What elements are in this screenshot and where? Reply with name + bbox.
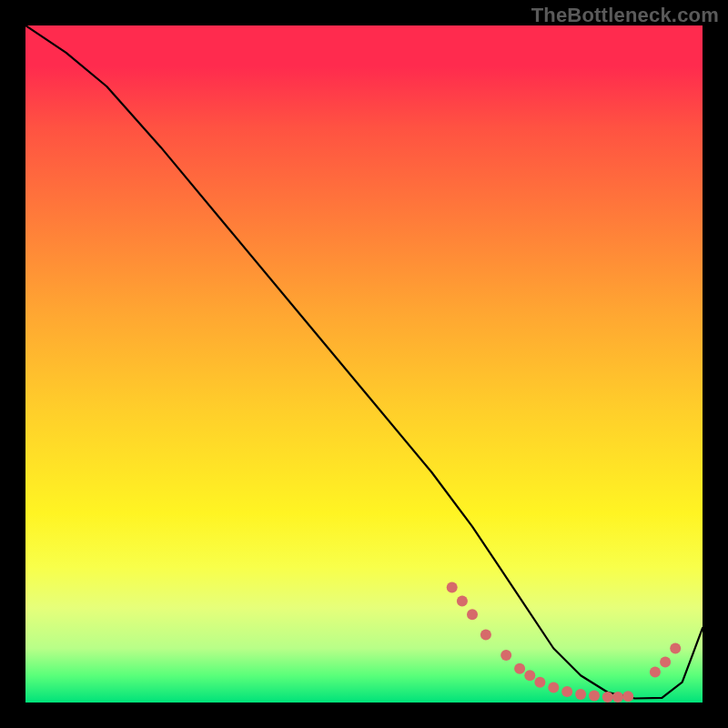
marker-dot xyxy=(514,663,525,674)
marker-dot xyxy=(524,670,535,681)
chart-container: TheBottleneck.com xyxy=(0,0,728,728)
marker-dot xyxy=(660,656,671,667)
marker-dot xyxy=(622,691,633,702)
marker-dot xyxy=(447,582,458,593)
marker-dot xyxy=(534,677,545,688)
marker-dot xyxy=(467,609,478,620)
marker-dot xyxy=(602,692,613,703)
plot-area xyxy=(25,25,703,703)
marker-dots xyxy=(447,582,682,703)
marker-dot xyxy=(670,643,681,654)
curve-line xyxy=(25,25,703,699)
marker-dot xyxy=(575,689,586,700)
marker-dot xyxy=(480,630,491,641)
marker-dot xyxy=(457,595,468,606)
marker-dot xyxy=(500,650,511,661)
marker-dot xyxy=(561,686,572,697)
watermark-text: TheBottleneck.com xyxy=(531,4,719,27)
marker-dot xyxy=(548,682,559,693)
marker-dot xyxy=(589,691,600,702)
chart-svg xyxy=(25,25,703,703)
marker-dot xyxy=(650,667,661,678)
marker-dot xyxy=(612,692,623,703)
